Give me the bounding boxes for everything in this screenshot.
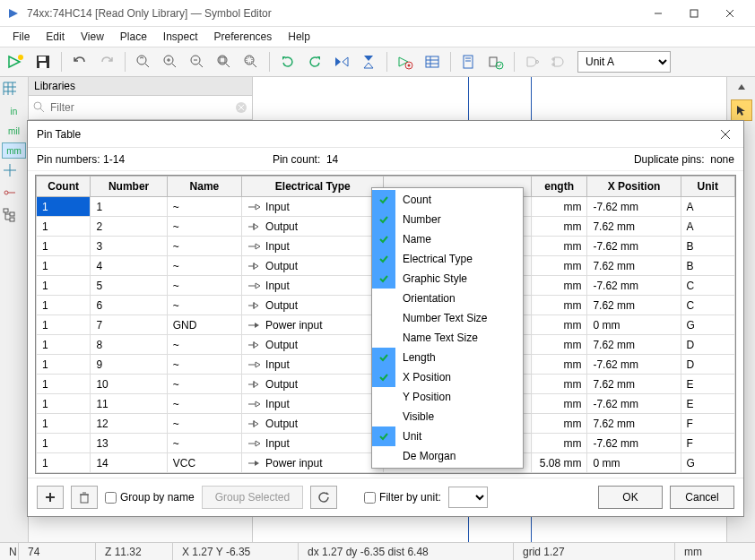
cell-length[interactable]: mm bbox=[531, 217, 586, 237]
cell-number[interactable]: 13 bbox=[91, 434, 167, 453]
tree-icon[interactable] bbox=[2, 207, 26, 226]
cell-number[interactable]: 2 bbox=[91, 217, 167, 237]
zoom-in-icon[interactable] bbox=[158, 49, 183, 74]
cell-name[interactable]: ~ bbox=[167, 197, 241, 217]
cell-xpos[interactable]: 0 mm bbox=[587, 315, 681, 335]
cell-name[interactable]: ~ bbox=[167, 256, 241, 276]
cell-length[interactable]: mm bbox=[531, 237, 586, 256]
cell-etype[interactable]: Output bbox=[242, 375, 384, 394]
cell-length[interactable]: mm bbox=[531, 276, 586, 296]
filter-input[interactable] bbox=[48, 99, 234, 116]
zoom-out-icon[interactable] bbox=[185, 49, 210, 74]
cell-length[interactable]: mm bbox=[531, 197, 586, 217]
cell-count[interactable]: 1 bbox=[37, 434, 91, 453]
cell-xpos[interactable]: -7.62 mm bbox=[587, 394, 681, 414]
cell-length[interactable]: mm bbox=[531, 414, 586, 434]
cell-number[interactable]: 8 bbox=[91, 335, 167, 355]
rotate-cw-icon[interactable] bbox=[302, 49, 327, 74]
col-xpos[interactable]: X Position bbox=[587, 177, 681, 197]
menu-edit[interactable]: Edit bbox=[39, 29, 72, 45]
ctx-item[interactable]: X Position bbox=[372, 367, 523, 387]
clear-filter-icon[interactable] bbox=[234, 100, 248, 115]
cell-name[interactable]: ~ bbox=[167, 276, 241, 296]
cell-unit[interactable]: G bbox=[681, 315, 734, 335]
delete-button[interactable] bbox=[71, 486, 98, 509]
ctx-item[interactable]: Count bbox=[372, 190, 523, 210]
cell-number[interactable]: 5 bbox=[91, 276, 167, 296]
filter-by-unit-checkbox[interactable]: Filter by unit: bbox=[364, 491, 441, 504]
cell-unit[interactable]: A bbox=[681, 217, 734, 237]
cell-length[interactable]: mm bbox=[531, 315, 586, 335]
datasheet-icon[interactable] bbox=[456, 49, 482, 74]
cell-unit[interactable]: E bbox=[681, 394, 734, 414]
cell-length[interactable]: mm bbox=[531, 335, 586, 355]
zoom-fit-icon[interactable] bbox=[212, 49, 237, 74]
filter-unit-select[interactable] bbox=[448, 487, 488, 508]
ctx-item[interactable]: Unit bbox=[372, 426, 523, 446]
cursor-shape-icon[interactable] bbox=[2, 162, 26, 181]
cell-unit[interactable]: C bbox=[681, 296, 734, 315]
menu-view[interactable]: View bbox=[74, 29, 111, 45]
cell-etype[interactable]: Input bbox=[242, 355, 384, 375]
cell-length[interactable]: mm bbox=[531, 434, 586, 453]
group-selected-button[interactable]: Group Selected bbox=[202, 486, 303, 509]
ctx-item[interactable]: Number Text Size bbox=[372, 308, 523, 328]
cell-count[interactable]: 1 bbox=[37, 276, 91, 296]
new-symbol-icon[interactable] bbox=[4, 49, 29, 74]
cell-name[interactable]: VCC bbox=[167, 453, 241, 473]
cell-xpos[interactable]: 7.62 mm bbox=[587, 414, 681, 434]
col-number[interactable]: Number bbox=[91, 177, 167, 197]
cell-count[interactable]: 1 bbox=[37, 256, 91, 276]
cell-length[interactable]: mm bbox=[531, 256, 586, 276]
cell-count[interactable]: 1 bbox=[37, 237, 91, 256]
cell-unit[interactable]: F bbox=[681, 414, 734, 434]
cell-xpos[interactable]: 7.62 mm bbox=[587, 375, 681, 394]
cell-name[interactable]: ~ bbox=[167, 335, 241, 355]
minimize-button[interactable] bbox=[640, 1, 676, 26]
cell-unit[interactable]: F bbox=[681, 434, 734, 453]
cell-count[interactable]: 1 bbox=[37, 217, 91, 237]
cell-count[interactable]: 1 bbox=[37, 335, 91, 355]
cell-unit[interactable]: E bbox=[681, 375, 734, 394]
cell-unit[interactable]: B bbox=[681, 237, 734, 256]
cell-name[interactable]: ~ bbox=[167, 434, 241, 453]
cancel-button[interactable]: Cancel bbox=[670, 486, 734, 509]
erc-icon[interactable] bbox=[483, 49, 508, 74]
ok-button[interactable]: OK bbox=[598, 486, 663, 509]
ctx-item[interactable]: Visible bbox=[372, 407, 523, 426]
refresh-button[interactable] bbox=[310, 486, 337, 509]
col-unit[interactable]: Unit bbox=[681, 177, 734, 197]
ctx-item[interactable]: De Morgan bbox=[372, 446, 523, 466]
cell-number[interactable]: 14 bbox=[91, 453, 167, 473]
save-icon[interactable] bbox=[30, 49, 56, 74]
cell-etype[interactable]: Output bbox=[242, 414, 384, 434]
cell-number[interactable]: 3 bbox=[91, 237, 167, 256]
properties-icon[interactable] bbox=[393, 49, 418, 74]
cell-count[interactable]: 1 bbox=[37, 375, 91, 394]
menu-inspect[interactable]: Inspect bbox=[156, 29, 205, 45]
menu-preferences[interactable]: Preferences bbox=[207, 29, 280, 45]
cell-count[interactable]: 1 bbox=[37, 315, 91, 335]
redo-icon[interactable] bbox=[94, 49, 119, 74]
cell-unit[interactable]: G bbox=[681, 453, 734, 473]
cell-xpos[interactable]: -7.62 mm bbox=[587, 276, 681, 296]
cell-xpos[interactable]: -7.62 mm bbox=[587, 355, 681, 375]
menu-place[interactable]: Place bbox=[113, 29, 154, 45]
cell-number[interactable]: 10 bbox=[91, 375, 167, 394]
cell-length[interactable]: 5.08 mm bbox=[531, 453, 586, 473]
cell-etype[interactable]: Input bbox=[242, 197, 384, 217]
cell-etype[interactable]: Output bbox=[242, 217, 384, 237]
cell-count[interactable]: 1 bbox=[37, 394, 91, 414]
cell-length[interactable]: mm bbox=[531, 394, 586, 414]
ctx-item[interactable]: Orientation bbox=[372, 289, 523, 308]
cell-unit[interactable]: B bbox=[681, 256, 734, 276]
cell-etype[interactable]: Output bbox=[242, 335, 384, 355]
cell-xpos[interactable]: 0 mm bbox=[587, 453, 681, 473]
cell-number[interactable]: 7 bbox=[91, 315, 167, 335]
menu-help[interactable]: Help bbox=[281, 29, 317, 45]
cell-count[interactable]: 1 bbox=[37, 296, 91, 315]
cell-number[interactable]: 4 bbox=[91, 256, 167, 276]
col-count[interactable]: Count bbox=[37, 177, 91, 197]
demorgan-alt-icon[interactable] bbox=[547, 49, 572, 74]
cell-etype[interactable]: Input bbox=[242, 394, 384, 414]
